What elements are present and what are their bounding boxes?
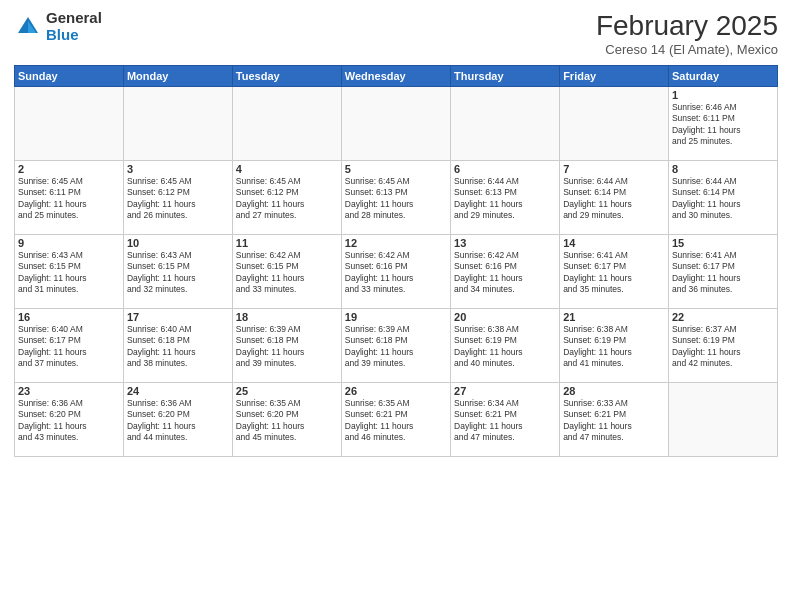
calendar-header-row: Sunday Monday Tuesday Wednesday Thursday… (15, 66, 778, 87)
day-number: 10 (127, 237, 229, 249)
day-info: Sunrise: 6:44 AM Sunset: 6:14 PM Dayligh… (672, 176, 774, 222)
day-cell-3-0: 16Sunrise: 6:40 AM Sunset: 6:17 PM Dayli… (15, 309, 124, 383)
day-info: Sunrise: 6:41 AM Sunset: 6:17 PM Dayligh… (563, 250, 665, 296)
logo-general-text: General (46, 10, 102, 27)
day-info: Sunrise: 6:39 AM Sunset: 6:18 PM Dayligh… (236, 324, 338, 370)
day-cell-4-1: 24Sunrise: 6:36 AM Sunset: 6:20 PM Dayli… (123, 383, 232, 457)
day-cell-0-3 (341, 87, 450, 161)
logo-blue-text: Blue (46, 27, 102, 44)
header: General Blue February 2025 Cereso 14 (El… (14, 10, 778, 57)
day-number: 5 (345, 163, 447, 175)
day-cell-4-4: 27Sunrise: 6:34 AM Sunset: 6:21 PM Dayli… (451, 383, 560, 457)
day-number: 6 (454, 163, 556, 175)
day-number: 21 (563, 311, 665, 323)
logo-text: General Blue (46, 10, 102, 43)
day-info: Sunrise: 6:44 AM Sunset: 6:13 PM Dayligh… (454, 176, 556, 222)
day-info: Sunrise: 6:41 AM Sunset: 6:17 PM Dayligh… (672, 250, 774, 296)
col-thursday: Thursday (451, 66, 560, 87)
day-cell-4-3: 26Sunrise: 6:35 AM Sunset: 6:21 PM Dayli… (341, 383, 450, 457)
day-cell-0-4 (451, 87, 560, 161)
day-info: Sunrise: 6:46 AM Sunset: 6:11 PM Dayligh… (672, 102, 774, 148)
day-info: Sunrise: 6:35 AM Sunset: 6:20 PM Dayligh… (236, 398, 338, 444)
day-cell-0-6: 1Sunrise: 6:46 AM Sunset: 6:11 PM Daylig… (668, 87, 777, 161)
day-cell-0-1 (123, 87, 232, 161)
month-title: February 2025 (596, 10, 778, 42)
day-info: Sunrise: 6:33 AM Sunset: 6:21 PM Dayligh… (563, 398, 665, 444)
day-info: Sunrise: 6:36 AM Sunset: 6:20 PM Dayligh… (127, 398, 229, 444)
day-number: 4 (236, 163, 338, 175)
day-number: 9 (18, 237, 120, 249)
day-info: Sunrise: 6:40 AM Sunset: 6:18 PM Dayligh… (127, 324, 229, 370)
day-number: 1 (672, 89, 774, 101)
day-number: 18 (236, 311, 338, 323)
day-cell-2-3: 12Sunrise: 6:42 AM Sunset: 6:16 PM Dayli… (341, 235, 450, 309)
day-cell-1-3: 5Sunrise: 6:45 AM Sunset: 6:13 PM Daylig… (341, 161, 450, 235)
day-number: 3 (127, 163, 229, 175)
day-number: 20 (454, 311, 556, 323)
logo: General Blue (14, 10, 102, 43)
day-cell-2-0: 9Sunrise: 6:43 AM Sunset: 6:15 PM Daylig… (15, 235, 124, 309)
day-info: Sunrise: 6:40 AM Sunset: 6:17 PM Dayligh… (18, 324, 120, 370)
day-cell-2-2: 11Sunrise: 6:42 AM Sunset: 6:15 PM Dayli… (232, 235, 341, 309)
day-cell-2-4: 13Sunrise: 6:42 AM Sunset: 6:16 PM Dayli… (451, 235, 560, 309)
day-info: Sunrise: 6:37 AM Sunset: 6:19 PM Dayligh… (672, 324, 774, 370)
col-sunday: Sunday (15, 66, 124, 87)
day-number: 26 (345, 385, 447, 397)
day-info: Sunrise: 6:45 AM Sunset: 6:12 PM Dayligh… (236, 176, 338, 222)
logo-icon (14, 13, 42, 41)
day-cell-2-5: 14Sunrise: 6:41 AM Sunset: 6:17 PM Dayli… (560, 235, 669, 309)
col-tuesday: Tuesday (232, 66, 341, 87)
day-cell-4-5: 28Sunrise: 6:33 AM Sunset: 6:21 PM Dayli… (560, 383, 669, 457)
day-cell-0-2 (232, 87, 341, 161)
day-info: Sunrise: 6:42 AM Sunset: 6:15 PM Dayligh… (236, 250, 338, 296)
col-saturday: Saturday (668, 66, 777, 87)
day-cell-4-6 (668, 383, 777, 457)
day-number: 13 (454, 237, 556, 249)
calendar-container: General Blue February 2025 Cereso 14 (El… (0, 0, 792, 612)
day-cell-3-5: 21Sunrise: 6:38 AM Sunset: 6:19 PM Dayli… (560, 309, 669, 383)
day-number: 27 (454, 385, 556, 397)
title-area: February 2025 Cereso 14 (El Amate), Mexi… (596, 10, 778, 57)
day-info: Sunrise: 6:38 AM Sunset: 6:19 PM Dayligh… (563, 324, 665, 370)
day-info: Sunrise: 6:43 AM Sunset: 6:15 PM Dayligh… (127, 250, 229, 296)
day-cell-0-5 (560, 87, 669, 161)
day-number: 8 (672, 163, 774, 175)
day-info: Sunrise: 6:43 AM Sunset: 6:15 PM Dayligh… (18, 250, 120, 296)
day-cell-1-6: 8Sunrise: 6:44 AM Sunset: 6:14 PM Daylig… (668, 161, 777, 235)
week-row-4: 16Sunrise: 6:40 AM Sunset: 6:17 PM Dayli… (15, 309, 778, 383)
day-number: 24 (127, 385, 229, 397)
col-friday: Friday (560, 66, 669, 87)
day-number: 14 (563, 237, 665, 249)
day-cell-2-6: 15Sunrise: 6:41 AM Sunset: 6:17 PM Dayli… (668, 235, 777, 309)
day-number: 17 (127, 311, 229, 323)
day-number: 23 (18, 385, 120, 397)
week-row-2: 2Sunrise: 6:45 AM Sunset: 6:11 PM Daylig… (15, 161, 778, 235)
day-cell-1-4: 6Sunrise: 6:44 AM Sunset: 6:13 PM Daylig… (451, 161, 560, 235)
day-number: 2 (18, 163, 120, 175)
day-cell-3-4: 20Sunrise: 6:38 AM Sunset: 6:19 PM Dayli… (451, 309, 560, 383)
day-number: 28 (563, 385, 665, 397)
day-cell-0-0 (15, 87, 124, 161)
day-cell-2-1: 10Sunrise: 6:43 AM Sunset: 6:15 PM Dayli… (123, 235, 232, 309)
day-number: 15 (672, 237, 774, 249)
day-cell-3-6: 22Sunrise: 6:37 AM Sunset: 6:19 PM Dayli… (668, 309, 777, 383)
day-info: Sunrise: 6:39 AM Sunset: 6:18 PM Dayligh… (345, 324, 447, 370)
day-info: Sunrise: 6:45 AM Sunset: 6:12 PM Dayligh… (127, 176, 229, 222)
day-cell-3-1: 17Sunrise: 6:40 AM Sunset: 6:18 PM Dayli… (123, 309, 232, 383)
day-number: 11 (236, 237, 338, 249)
day-number: 19 (345, 311, 447, 323)
day-info: Sunrise: 6:42 AM Sunset: 6:16 PM Dayligh… (454, 250, 556, 296)
day-cell-3-3: 19Sunrise: 6:39 AM Sunset: 6:18 PM Dayli… (341, 309, 450, 383)
day-info: Sunrise: 6:42 AM Sunset: 6:16 PM Dayligh… (345, 250, 447, 296)
week-row-3: 9Sunrise: 6:43 AM Sunset: 6:15 PM Daylig… (15, 235, 778, 309)
day-cell-1-1: 3Sunrise: 6:45 AM Sunset: 6:12 PM Daylig… (123, 161, 232, 235)
day-cell-1-2: 4Sunrise: 6:45 AM Sunset: 6:12 PM Daylig… (232, 161, 341, 235)
week-row-5: 23Sunrise: 6:36 AM Sunset: 6:20 PM Dayli… (15, 383, 778, 457)
day-number: 7 (563, 163, 665, 175)
day-info: Sunrise: 6:45 AM Sunset: 6:13 PM Dayligh… (345, 176, 447, 222)
day-cell-4-2: 25Sunrise: 6:35 AM Sunset: 6:20 PM Dayli… (232, 383, 341, 457)
day-cell-4-0: 23Sunrise: 6:36 AM Sunset: 6:20 PM Dayli… (15, 383, 124, 457)
col-wednesday: Wednesday (341, 66, 450, 87)
day-cell-1-5: 7Sunrise: 6:44 AM Sunset: 6:14 PM Daylig… (560, 161, 669, 235)
calendar-table: Sunday Monday Tuesday Wednesday Thursday… (14, 65, 778, 457)
